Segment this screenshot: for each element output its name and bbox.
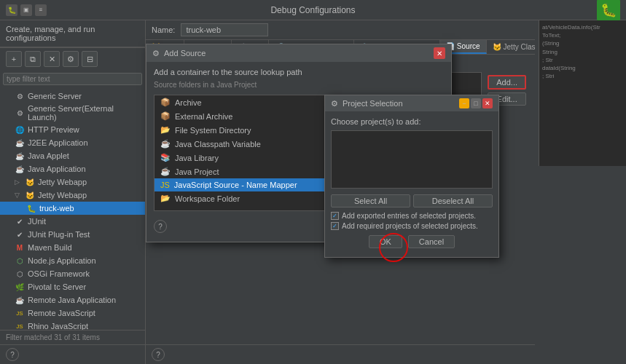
tree-item-maven[interactable]: M Maven Build xyxy=(0,241,145,254)
tree-item-j2ee[interactable]: ☕ J2EE Application xyxy=(0,136,145,149)
truck-web-icon: 🐛 xyxy=(26,203,36,213)
junit-plugin-icon: ✔ xyxy=(15,229,25,240)
panel-header: Create, manage, and run configurations xyxy=(0,20,145,47)
pivotal-icon: 🌿 xyxy=(15,282,25,292)
maven-icon: M xyxy=(15,242,25,253)
add-source-subtext: Source folders in a Java Project xyxy=(154,81,444,89)
osgi-icon: ⬡ xyxy=(15,269,25,279)
http-icon: 🌐 xyxy=(15,124,25,135)
debug-icon: 🐛 xyxy=(597,0,620,22)
config-tree: ⚙ Generic Server ⚙ Generic Server(Extern… xyxy=(0,88,145,330)
new-config-button[interactable]: + xyxy=(6,51,22,67)
bug-button[interactable]: 🐛 xyxy=(597,0,620,22)
applet-icon: ☕ xyxy=(15,151,25,161)
filter-input[interactable]: type filter text xyxy=(3,73,142,85)
delete-button[interactable]: ✕ xyxy=(44,51,60,67)
duplicate-button[interactable]: ⧉ xyxy=(25,51,41,67)
rhino-icon: JS xyxy=(15,321,25,330)
tree-item-junit-plugin[interactable]: ✔ JUnit Plug-in Test xyxy=(0,228,145,241)
help-button[interactable]: ? xyxy=(6,348,19,361)
select-all-button[interactable]: Select All xyxy=(331,194,410,207)
add-source-close-button[interactable]: ✕ xyxy=(434,47,445,59)
toolbar-buttons: + ⧉ ✕ ⚙ ⊟ xyxy=(0,47,145,70)
required-projects-row: ✓ Add required projects of selected proj… xyxy=(331,222,493,230)
title-bar: 🐛 ▣ ≡ Debug Configurations 🐛 xyxy=(0,0,626,20)
required-projects-checkbox[interactable]: ✓ xyxy=(331,222,339,230)
filter-status: Filter matched 31 of 31 items xyxy=(0,330,145,344)
name-row: Name: truck-web xyxy=(146,20,535,40)
title-bar-controls: 🐛 ▣ ≡ xyxy=(6,4,47,16)
tree-item-pivotal[interactable]: 🌿 Pivotal tc Server xyxy=(0,280,145,293)
java-app-icon: ☕ xyxy=(15,164,25,174)
add-source-title: ⚙ Add Source xyxy=(152,49,206,58)
java-proj-icon: ☕ xyxy=(160,167,171,176)
window-icon: ▣ xyxy=(20,4,32,16)
classpath-var-icon: ☕ xyxy=(160,139,171,149)
project-subtitle: Choose project(s) to add: xyxy=(331,117,493,126)
project-controls: − □ ✕ xyxy=(459,98,493,108)
code-line: ; Stri xyxy=(542,72,623,80)
filter-button[interactable]: ⚙ xyxy=(63,51,79,67)
ok-button[interactable]: OK xyxy=(369,235,402,248)
js-mapper-icon: JS xyxy=(160,181,170,189)
project-close-button[interactable]: ✕ xyxy=(482,98,493,108)
name-label: Name: xyxy=(152,25,175,34)
tree-item-truck-web[interactable]: 🐛 truck-web xyxy=(0,202,145,215)
tree-item-jetty-webapp1[interactable]: ▷ 🐱 Jetty Webapp xyxy=(0,175,145,189)
code-line: at/VehicleData.info(Str xyxy=(542,23,623,31)
exported-entries-checkbox[interactable]: ✓ xyxy=(331,212,339,220)
minimize-button[interactable]: − xyxy=(459,98,469,108)
tree-item-remote-js[interactable]: JS Remote JavaScript xyxy=(0,306,145,320)
tree-item-jetty-webapp2[interactable]: ▽ 🐱 Jetty Webapp xyxy=(0,189,145,202)
tab-jetty-classpath[interactable]: 🐱 Jetty Classpath xyxy=(487,40,535,54)
tree-item-remote-java[interactable]: ☕ Remote Java Application xyxy=(0,293,145,306)
tree-item-rhino[interactable]: JS Rhino JavaScript xyxy=(0,320,145,330)
menu-icon: ≡ xyxy=(35,4,47,16)
project-list xyxy=(331,130,493,189)
code-line: ; Str xyxy=(542,56,623,64)
project-footer: OK Cancel xyxy=(331,232,493,251)
tree-item-http-preview[interactable]: 🌐 HTTP Preview xyxy=(0,123,145,136)
add-source-subtitle: Add a container to the source lookup pat… xyxy=(154,68,444,76)
ext-archive-icon: 📦 xyxy=(160,111,171,121)
add-button[interactable]: Add... xyxy=(488,75,526,90)
project-actions: Select All Deselect All xyxy=(331,194,493,207)
code-line: (String xyxy=(542,39,623,47)
add-source-help[interactable]: ? xyxy=(154,220,167,233)
maximize-button[interactable]: □ xyxy=(471,98,481,108)
nodejs-icon: ⬡ xyxy=(15,256,25,266)
app-icon: 🐛 xyxy=(6,4,17,16)
tree-item-nodejs[interactable]: ⬡ Node.js Application xyxy=(0,254,145,267)
server-ext-icon: ⚙ xyxy=(15,108,25,118)
tree-item-generic-server[interactable]: ⚙ Generic Server xyxy=(0,90,145,103)
tree-item-osgi[interactable]: ⬡ OSGi Framework xyxy=(0,267,145,280)
expand-icon: ▷ xyxy=(15,178,22,186)
tree-item-java-applet[interactable]: ☕ Java Applet xyxy=(0,149,145,162)
filesystem-icon: 📂 xyxy=(160,125,171,135)
tree-item-generic-ext[interactable]: ⚙ Generic Server(External Launch) xyxy=(0,103,145,123)
project-title: ⚙ Project Selection xyxy=(331,99,403,108)
tree-item-java-app[interactable]: ☕ Java Application xyxy=(0,162,145,175)
code-preview: at/VehicleData.info(Str ToText; (String … xyxy=(539,20,626,166)
tree-item-junit[interactable]: ✔ JUnit xyxy=(0,215,145,228)
name-field[interactable]: truck-web xyxy=(181,23,268,36)
expand-icon2: ▽ xyxy=(15,191,22,199)
cancel-button[interactable]: Cancel xyxy=(408,235,455,248)
jetty2-icon: 🐱 xyxy=(25,190,35,200)
source-help-button[interactable]: ? xyxy=(152,348,165,361)
exported-entries-row: ✓ Add exported entries of selected proje… xyxy=(331,212,493,220)
code-line: dataId(String xyxy=(542,64,623,72)
java-lib-icon: 📚 xyxy=(160,153,171,162)
deselect-all-button[interactable]: Deselect All xyxy=(413,194,493,207)
workspace-icon: 📂 xyxy=(160,194,171,203)
window-title: Debug Configurations xyxy=(270,5,355,15)
server-icon: ⚙ xyxy=(15,91,25,101)
jetty-icon: 🐱 xyxy=(25,177,35,187)
project-body: Choose project(s) to add: Select All Des… xyxy=(325,111,498,257)
code-line: ToText; xyxy=(542,31,623,39)
collapse-button[interactable]: ⊟ xyxy=(82,51,98,67)
bottom-bar: ? xyxy=(146,344,535,364)
code-line: String xyxy=(542,48,623,56)
junit-icon: ✔ xyxy=(15,216,25,226)
left-panel: Create, manage, and run configurations +… xyxy=(0,20,146,364)
